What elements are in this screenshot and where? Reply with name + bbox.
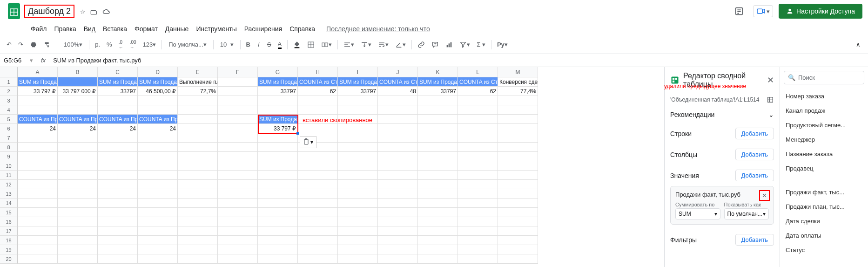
star-icon[interactable]: ☆: [80, 8, 86, 16]
cell-A4[interactable]: [18, 105, 58, 115]
cell-J11[interactable]: [378, 171, 418, 180]
field-item-11[interactable]: Статус: [784, 243, 864, 257]
row-header-17[interactable]: 17: [0, 226, 18, 236]
cell-I1[interactable]: SUM из Продаж: [338, 77, 378, 87]
cell-K16[interactable]: [418, 217, 458, 226]
cell-G3[interactable]: [258, 96, 298, 105]
cell-M19[interactable]: [498, 245, 538, 254]
field-search[interactable]: 🔍 Поиск: [784, 71, 864, 84]
cell-E6[interactable]: [178, 124, 218, 133]
cell-I12[interactable]: [338, 180, 378, 189]
row-header-13[interactable]: 13: [0, 189, 18, 199]
cell-M4[interactable]: [498, 105, 538, 115]
add-columns-button[interactable]: Добавить: [735, 149, 774, 160]
cell-D4[interactable]: [138, 105, 178, 115]
row-header-8[interactable]: 8: [0, 143, 18, 152]
cell-D11[interactable]: [138, 171, 178, 180]
cell-H2[interactable]: 62: [298, 87, 338, 96]
chart-button[interactable]: [443, 39, 456, 50]
col-header-M[interactable]: M: [498, 67, 538, 77]
cell-L15[interactable]: [458, 208, 498, 217]
cell-G2[interactable]: 33797: [258, 87, 298, 96]
cell-H13[interactable]: [298, 189, 338, 199]
increase-decimal-button[interactable]: .00→: [127, 38, 139, 52]
cell-L13[interactable]: [458, 189, 498, 199]
cell-C11[interactable]: [98, 171, 138, 180]
cell-G16[interactable]: [258, 217, 298, 226]
paint-format-button[interactable]: [41, 39, 54, 50]
font-select[interactable]: По умолча... ▾: [165, 39, 210, 50]
cell-K7[interactable]: [418, 133, 458, 143]
cell-F15[interactable]: [218, 208, 258, 217]
select-range-button[interactable]: [767, 96, 774, 103]
cell-B14[interactable]: [58, 199, 98, 208]
cell-F14[interactable]: [218, 199, 258, 208]
cell-F7[interactable]: [218, 133, 258, 143]
cell-J2[interactable]: 48: [378, 87, 418, 96]
document-title[interactable]: Дашборд 2: [24, 5, 74, 18]
cell-L12[interactable]: [458, 180, 498, 189]
cell-C9[interactable]: [98, 152, 138, 161]
row-header-3[interactable]: 3: [0, 96, 18, 105]
col-header-J[interactable]: J: [378, 67, 418, 77]
cell-A5[interactable]: COUNTA из Прс: [18, 115, 58, 124]
cell-L10[interactable]: [458, 161, 498, 171]
cell-E1[interactable]: Выполнение плана: [178, 77, 218, 87]
cell-F12[interactable]: [218, 180, 258, 189]
cell-M1[interactable]: Конверсия сделок: [498, 77, 538, 87]
cell-E18[interactable]: [178, 236, 218, 245]
cell-I6[interactable]: [338, 124, 378, 133]
bold-button[interactable]: B: [243, 39, 253, 50]
cell-I2[interactable]: 33797: [338, 87, 378, 96]
cell-J16[interactable]: [378, 217, 418, 226]
cell-H9[interactable]: [298, 152, 338, 161]
cell-D6[interactable]: 24: [138, 124, 178, 133]
cell-K18[interactable]: [418, 236, 458, 245]
cell-D1[interactable]: SUM из Продаж: [138, 77, 178, 87]
cell-K20[interactable]: [418, 254, 458, 264]
paste-options-button[interactable]: ▾: [300, 136, 316, 148]
currency-button[interactable]: р.: [92, 39, 103, 50]
remove-value-button[interactable]: ✕: [759, 190, 770, 201]
cell-K2[interactable]: 33797: [418, 87, 458, 96]
cell-B6[interactable]: 24: [58, 124, 98, 133]
cell-D18[interactable]: [138, 236, 178, 245]
cell-M6[interactable]: [498, 124, 538, 133]
col-header-E[interactable]: E: [178, 67, 218, 77]
cell-G6[interactable]: 33 797 ₽: [258, 124, 298, 133]
cell-D15[interactable]: [138, 208, 178, 217]
cell-E14[interactable]: [178, 199, 218, 208]
cell-A6[interactable]: 24: [18, 124, 58, 133]
row-header-5[interactable]: 5: [0, 115, 18, 124]
cell-G5[interactable]: SUM из Продаж: [258, 115, 298, 124]
cell-G1[interactable]: SUM из Продаж: [258, 77, 298, 87]
italic-button[interactable]: I: [254, 39, 263, 50]
cell-J13[interactable]: [378, 189, 418, 199]
cell-F2[interactable]: [218, 87, 258, 96]
cell-M16[interactable]: [498, 217, 538, 226]
field-item-1[interactable]: Канал продаж: [784, 103, 864, 118]
cell-F17[interactable]: [218, 226, 258, 236]
cell-K1[interactable]: SUM из Продаж: [418, 77, 458, 87]
cell-E2[interactable]: 72,7%: [178, 87, 218, 96]
cell-H6[interactable]: [298, 124, 338, 133]
cell-J9[interactable]: [378, 152, 418, 161]
link-button[interactable]: [415, 39, 428, 50]
menu-view[interactable]: Вид: [81, 23, 98, 34]
cell-G15[interactable]: [258, 208, 298, 217]
cell-A20[interactable]: [18, 254, 58, 264]
cell-M11[interactable]: [498, 171, 538, 180]
cell-B18[interactable]: [58, 236, 98, 245]
cell-J20[interactable]: [378, 254, 418, 264]
close-sidebar-button[interactable]: ✕: [767, 75, 774, 85]
cell-I19[interactable]: [338, 245, 378, 254]
cell-F3[interactable]: [218, 96, 258, 105]
menu-insert[interactable]: Вставка: [100, 23, 130, 34]
cell-A7[interactable]: [18, 133, 58, 143]
field-item-3[interactable]: Менеджер: [784, 132, 864, 147]
col-header-D[interactable]: D: [138, 67, 178, 77]
cell-M8[interactable]: [498, 143, 538, 152]
row-header-6[interactable]: 6: [0, 124, 18, 133]
redo-button[interactable]: ↷: [15, 39, 26, 50]
cell-F6[interactable]: [218, 124, 258, 133]
